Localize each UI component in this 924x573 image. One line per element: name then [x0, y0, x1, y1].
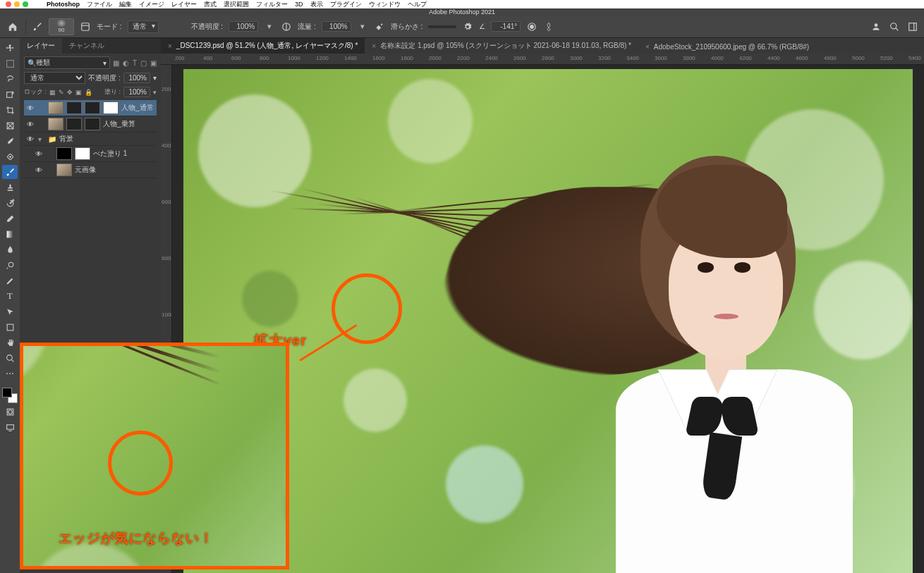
flow-input[interactable] [322, 21, 351, 32]
stamp-tool[interactable] [2, 180, 18, 195]
frame-tool[interactable] [2, 118, 18, 133]
blend-mode-select[interactable]: 通常 ▾ [128, 20, 159, 33]
layer-filter-icons[interactable]: ▦◐T▢▣ [113, 59, 157, 67]
svg-point-4 [875, 23, 878, 27]
svg-rect-0 [82, 23, 90, 30]
close-icon[interactable]: × [645, 43, 650, 51]
svg-rect-11 [6, 230, 13, 238]
fill-input[interactable] [123, 87, 150, 97]
menu-help[interactable]: ヘルプ [408, 0, 427, 9]
marquee-tool[interactable] [2, 56, 18, 70]
pen-tool[interactable] [2, 273, 18, 288]
svg-point-16 [8, 409, 11, 413]
tab-layers[interactable]: レイヤー [20, 38, 62, 54]
visibility-icon[interactable]: 👁 [25, 104, 35, 112]
eraser-tool[interactable] [2, 211, 18, 226]
canvas[interactable]: 拡大ver [183, 69, 913, 573]
smoothing-gear-icon[interactable] [462, 21, 473, 32]
lock-brush-icon[interactable]: ✎ [59, 89, 64, 96]
menu-filter[interactable]: フィルター [256, 0, 288, 9]
healing-tool[interactable] [2, 149, 18, 164]
layer-row[interactable]: 👁 人物_通常 [24, 100, 157, 116]
gradient-tool[interactable] [2, 227, 18, 241]
flow-dropdown-icon[interactable]: ▾ [357, 21, 368, 32]
smoothing-slider[interactable] [428, 25, 456, 28]
document-tabs: ×_DSC1239.psd @ 51.2% (人物_通常, レイヤーマスク/8)… [161, 38, 924, 54]
zoom-tool[interactable] [2, 351, 18, 365]
path-tool[interactable] [2, 304, 18, 319]
filter-pixel-icon: ▦ [113, 59, 119, 67]
document-tab[interactable]: ×名称未設定 1.psd @ 105% (スクリーンショット 2021-06-1… [365, 38, 638, 54]
crop-tool[interactable] [2, 103, 18, 117]
visibility-icon[interactable]: 👁 [25, 135, 35, 143]
filter-adjust-icon: ◐ [123, 59, 129, 67]
quickmask-toggle[interactable] [2, 405, 18, 419]
move-tool[interactable] [2, 41, 18, 55]
close-icon[interactable]: × [168, 42, 172, 50]
search-icon[interactable] [889, 21, 900, 32]
selection-tool[interactable] [2, 87, 18, 101]
symmetry-icon[interactable] [543, 21, 554, 32]
angle-input[interactable] [491, 21, 521, 32]
brush-panel-toggle-icon[interactable] [80, 21, 91, 32]
document-tab[interactable]: ×_DSC1239.psd @ 51.2% (人物_通常, レイヤーマスク/8)… [161, 38, 365, 54]
lock-pixels-icon[interactable]: ▦ [49, 89, 56, 96]
window-traffic-lights[interactable] [6, 1, 28, 7]
menu-select[interactable]: 選択範囲 [224, 0, 249, 9]
menu-window[interactable]: ウィンドウ [369, 0, 401, 9]
opacity-dropdown-icon[interactable]: ▾ [264, 21, 275, 32]
svg-rect-8 [6, 92, 12, 97]
menu-image[interactable]: イメージ [139, 0, 164, 9]
layer-blend-select[interactable]: 通常 [24, 72, 85, 84]
layer-row[interactable]: 👁 元画像 [24, 162, 157, 178]
menu-type[interactable]: 書式 [204, 0, 217, 9]
eyedropper-tool[interactable] [2, 134, 18, 148]
menu-3d[interactable]: 3D [295, 1, 303, 8]
visibility-icon[interactable]: 👁 [25, 121, 35, 128]
layer-filter-type[interactable]: 🔍 種類 ▾ [24, 56, 110, 69]
home-button[interactable] [6, 20, 20, 34]
brush-preset-picker[interactable]: 90 [49, 18, 74, 35]
shape-tool[interactable] [2, 320, 18, 334]
airbrush-icon[interactable] [374, 21, 385, 32]
color-swatches[interactable] [2, 388, 18, 403]
pressure-size-icon[interactable] [526, 21, 537, 32]
lock-position-icon[interactable]: ✥ [67, 89, 73, 96]
blur-tool[interactable] [2, 242, 18, 257]
dodge-tool[interactable] [2, 258, 18, 272]
menu-file[interactable]: ファイル [87, 0, 112, 9]
visibility-icon[interactable]: 👁 [34, 166, 44, 174]
lasso-tool[interactable] [2, 72, 18, 86]
menu-plugin[interactable]: プラグイン [330, 0, 362, 9]
menu-view[interactable]: 表示 [310, 0, 323, 9]
brush-tool[interactable] [2, 165, 18, 179]
lock-all-icon[interactable]: 🔒 [85, 89, 92, 96]
hand-tool[interactable] [2, 335, 18, 350]
brush-tool-icon[interactable] [32, 21, 43, 32]
screenmode-toggle[interactable] [2, 420, 18, 434]
pressure-opacity-icon[interactable] [281, 21, 292, 32]
lock-artboard-icon[interactable]: ▣ [75, 89, 82, 96]
edit-toolbar[interactable]: ⋯ [2, 366, 18, 381]
folder-caret-icon[interactable]: ▾ [38, 135, 45, 143]
type-tool[interactable]: T [2, 289, 18, 303]
layer-opacity-input[interactable] [123, 73, 150, 83]
layer-row[interactable]: 👁 べた塗り 1 [24, 146, 157, 162]
tab-channels[interactable]: チャンネル [62, 38, 111, 54]
close-icon[interactable]: × [372, 42, 376, 50]
menu-edit[interactable]: 編集 [119, 0, 132, 9]
svg-rect-17 [6, 424, 13, 429]
layer-row[interactable]: 👁 人物_乗算 [24, 116, 157, 133]
history-brush-tool[interactable] [2, 196, 18, 210]
menu-layer[interactable]: レイヤー [171, 0, 197, 9]
opacity-input[interactable] [229, 21, 258, 32]
document-tab[interactable]: ×AdobeStock_210950600.jpeg @ 66.7% (RGB/… [638, 40, 816, 54]
workspace-icon[interactable] [907, 21, 918, 32]
annotation-circle-zoom [108, 431, 173, 495]
layers-list: 👁 人物_通常 👁 人物_乗算 👁▾ 📁 背景 👁 べた [24, 100, 157, 178]
visibility-icon[interactable]: 👁 [34, 150, 44, 158]
layer-row[interactable]: 👁▾ 📁 背景 [24, 133, 157, 146]
cloud-docs-icon[interactable] [870, 21, 882, 32]
annotation-edge-label: エッジが気にならない！ [59, 529, 214, 548]
app-name[interactable]: Photoshop [47, 1, 80, 8]
